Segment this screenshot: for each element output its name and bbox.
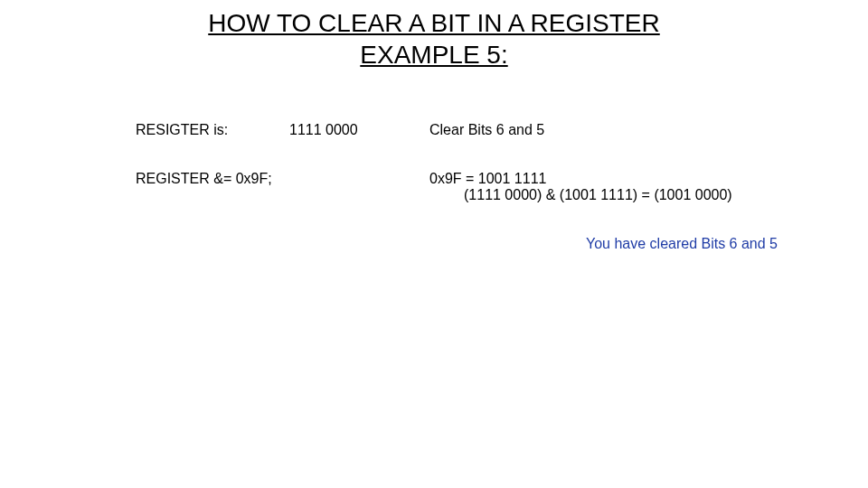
- register-label: RESIGTER is:: [136, 122, 289, 138]
- instruction-text: Clear Bits 6 and 5: [429, 122, 814, 138]
- and-calculation: (1111 0000) & (1001 1111) = (1001 0000): [429, 187, 814, 203]
- operation-row: REGISTER &= 0x9F; 0x9F = 1001 1111 (1111…: [136, 171, 814, 203]
- result-text: You have cleared Bits 6 and 5: [136, 236, 814, 252]
- slide-title: HOW TO CLEAR A BIT IN A REGISTER EXAMPLE…: [0, 0, 868, 70]
- register-row: RESIGTER is: 1111 0000 Clear Bits 6 and …: [136, 122, 814, 138]
- content-area: RESIGTER is: 1111 0000 Clear Bits 6 and …: [136, 122, 814, 252]
- code-statement: REGISTER &= 0x9F;: [136, 171, 429, 203]
- register-value: 1111 0000: [289, 122, 429, 138]
- hex-expansion: 0x9F = 1001 1111: [429, 171, 814, 187]
- explanation-block: 0x9F = 1001 1111 (1111 0000) & (1001 111…: [429, 171, 814, 203]
- title-line-2: EXAMPLE 5:: [360, 41, 507, 69]
- title-line-1: HOW TO CLEAR A BIT IN A REGISTER: [208, 9, 659, 37]
